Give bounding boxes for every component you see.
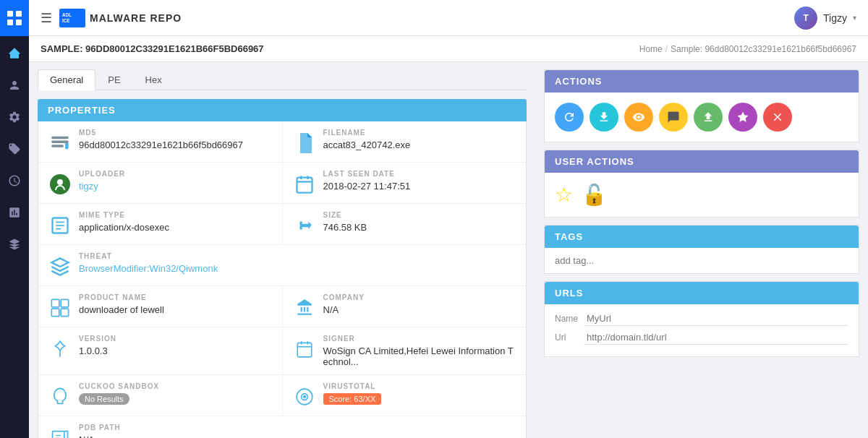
prop-row-pdb: PDB PATH N/A	[38, 416, 526, 438]
sidebar-item-chart[interactable]	[0, 198, 29, 227]
prop-row-product-company: PRODUCT NAME downloader of lewell	[38, 286, 526, 327]
menu-button[interactable]: ☰	[41, 10, 52, 26]
prop-content-filename: FILENAME accat83_420742.exe	[323, 129, 516, 150]
cuckoo-label: CUCKOO SANDBOX	[79, 382, 272, 390]
actions-header: ACTIONS	[545, 70, 859, 93]
breadcrumb-bar: SAMPLE: 96DD80012C33291E1621B66F5BD66967…	[29, 36, 868, 62]
user-menu[interactable]: T Tigzy ▾	[794, 7, 856, 30]
avatar: T	[794, 7, 817, 30]
tab-general[interactable]: General	[38, 69, 95, 90]
user-action-unlock[interactable]: 🔓	[582, 183, 607, 207]
cuckoo-icon	[48, 385, 72, 408]
page-title: SAMPLE: 96DD80012C33291E1621B66F5BD66967	[41, 43, 264, 54]
size-icon	[293, 214, 316, 237]
tab-hex[interactable]: Hex	[133, 69, 174, 90]
sidebar-item-settings[interactable]	[0, 103, 29, 132]
virustotal-badge: Score: 63/XX	[323, 393, 382, 405]
prop-row-threat: THREAT BrowserModifier:Win32/Qiwmonk	[38, 245, 526, 286]
url-url-label: Url	[555, 332, 584, 343]
prop-content-pdb: PDB PATH N/A	[79, 424, 516, 438]
url-url-input[interactable]	[584, 330, 848, 345]
uploader-link[interactable]: tigzy	[79, 181, 98, 192]
user-actions-header: USER ACTIONS	[545, 150, 859, 173]
sidebar	[0, 0, 29, 438]
uploader-value: tigzy	[79, 181, 272, 192]
action-refresh-button[interactable]	[555, 103, 584, 132]
breadcrumb-home[interactable]: Home	[639, 44, 663, 54]
sidebar-item-users[interactable]	[0, 71, 29, 100]
action-comment-button[interactable]	[659, 103, 688, 132]
sidebar-logo	[0, 0, 29, 36]
size-value: 746.58 KB	[323, 222, 516, 233]
prop-cell-size: SIZE 746.58 KB	[283, 204, 527, 244]
sidebar-item-clock[interactable]	[0, 166, 29, 195]
mime-label: MIME TYPE	[79, 211, 272, 219]
breadcrumb-separator: /	[665, 44, 668, 54]
action-delete-button[interactable]	[763, 103, 792, 132]
tags-input[interactable]	[555, 255, 848, 266]
uploader-label: UPLOADER	[79, 170, 272, 178]
action-view-button[interactable]	[624, 103, 653, 132]
topbar: ☰ ADL ICE MALWARE REPO T Tigzy ▾	[29, 0, 868, 36]
filename-value: accat83_420742.exe	[323, 139, 516, 150]
sidebar-item-tags[interactable]	[0, 134, 29, 163]
size-label: SIZE	[323, 211, 516, 219]
product-label: PRODUCT NAME	[79, 293, 272, 301]
cuckoo-value: No Results	[79, 393, 272, 405]
threat-label: THREAT	[79, 252, 516, 260]
prop-content-cuckoo: CUCKOO SANDBOX No Results	[79, 382, 272, 405]
tags-section: TAGS	[544, 225, 859, 274]
md5-icon	[48, 132, 72, 155]
svg-rect-2	[7, 20, 13, 25]
md5-label: MD5	[79, 129, 272, 137]
svg-rect-8	[51, 145, 63, 147]
uploader-icon	[48, 173, 72, 196]
prop-cell-pdb: PDB PATH N/A	[38, 416, 526, 438]
prop-cell-version: VERSION 1.0.0.3	[38, 327, 283, 374]
threat-icon	[48, 255, 72, 278]
sidebar-item-hex[interactable]	[0, 230, 29, 259]
version-value: 1.0.0.3	[79, 345, 272, 356]
prop-cell-product: PRODUCT NAME downloader of lewell	[38, 286, 283, 327]
virustotal-icon	[293, 385, 316, 408]
cuckoo-badge: No Results	[79, 393, 129, 405]
svg-text:ADL: ADL	[62, 12, 72, 17]
svg-rect-22	[51, 309, 59, 317]
prop-row-uploader-date: UPLOADER tigzy	[38, 163, 526, 204]
prop-cell-virustotal: VIRUSTOTAL Score: 63/XX	[283, 375, 527, 416]
prop-cell-filename: FILENAME accat83_420742.exe	[283, 121, 527, 162]
version-icon	[48, 338, 72, 361]
brand-name: MALWARE REPO	[90, 12, 182, 24]
breadcrumb: Home / Sample: 96dd80012c33291e1621b66f5…	[639, 44, 856, 54]
prop-content-version: VERSION 1.0.0.3	[79, 335, 272, 356]
last-seen-label: LAST SEEN DATE	[323, 170, 516, 178]
action-star-button[interactable]	[728, 103, 757, 132]
version-label: VERSION	[79, 335, 272, 343]
prop-cell-md5: MD5 96dd80012c33291e1621b66f5bd66967	[38, 121, 283, 162]
signer-label: SIGNER	[323, 335, 516, 343]
product-value: downloader of lewell	[79, 304, 272, 315]
url-name-input[interactable]	[584, 312, 848, 326]
tab-pe[interactable]: PE	[95, 69, 132, 90]
tags-header: TAGS	[545, 226, 859, 248]
signer-value: WoSign CA Limited,Hefei Lewei Informatio…	[323, 345, 516, 367]
actions-section: ACTIONS	[544, 69, 859, 142]
prop-content-product: PRODUCT NAME downloader of lewell	[79, 293, 272, 315]
sidebar-item-home[interactable]	[0, 39, 29, 68]
prop-row-mime-size: MIME TYPE application/x-dosexec SIZE	[38, 204, 526, 245]
action-upload-button[interactable]	[694, 103, 723, 132]
action-download-button[interactable]	[590, 103, 618, 132]
urls-section: URLS Name Url	[544, 281, 859, 357]
signer-icon	[293, 338, 316, 361]
user-action-star[interactable]: ☆	[555, 183, 573, 207]
url-url-field: Url	[555, 330, 848, 345]
brand-icon: ADL ICE	[59, 9, 85, 27]
prop-content-last-seen: LAST SEEN DATE 2018-02-27 11:47:51	[323, 170, 516, 192]
svg-rect-6	[51, 137, 68, 139]
svg-point-11	[57, 179, 63, 185]
prop-cell-last-seen: LAST SEEN DATE 2018-02-27 11:47:51	[283, 163, 527, 203]
user-name: Tigzy	[823, 12, 847, 24]
svg-rect-0	[7, 11, 13, 17]
threat-link[interactable]: BrowserModifier:Win32/Qiwmonk	[79, 263, 218, 274]
prop-cell-threat: THREAT BrowserModifier:Win32/Qiwmonk	[38, 245, 526, 285]
